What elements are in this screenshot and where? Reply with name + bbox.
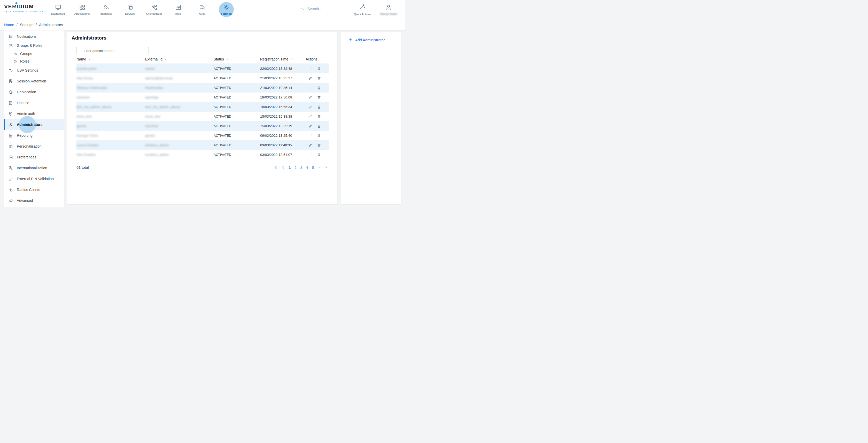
sidebar-item-reporting[interactable]: Reporting [4,130,64,141]
filter-administrators-input[interactable] [76,47,149,54]
sidebar-item-internationalization[interactable]: Internationalization [4,163,64,173]
next-page-button[interactable] [317,165,322,170]
table-row[interactable]: wertwertqwerbgeACTIVATED18/03/2022 17:50… [76,92,329,102]
nav-item-applications[interactable]: Applications [70,0,94,19]
breadcrumb-settings-link[interactable]: Settings [20,23,33,27]
table-row[interactable]: test_my_admin_abusetest_my_admin_abuseAC… [76,102,329,112]
edit-admin-button[interactable] [308,143,313,148]
table-row[interactable]: gturtoiGeoTestACTIVATED15/03/2022 13:25:… [76,121,329,131]
delete-admin-button[interactable] [316,66,322,71]
edit-admin-button[interactable] [308,85,313,90]
column-header-external-id[interactable]: External Id [145,57,214,61]
first-page-button[interactable] [274,165,278,170]
sidebar-item-uba-settings[interactable]: UBA Settings [4,65,64,76]
nav-item-dashboard[interactable]: Dashboard [46,0,70,19]
nav-item-identities[interactable]: Identities [94,0,118,19]
delete-admin-button[interactable] [316,85,322,90]
page-number-1[interactable]: 1 [288,166,291,170]
table-row[interactable]: Alin Croitorulcroitoru_adminACTIVATED03/… [76,150,329,159]
admin-registration-time: 15/03/2022 15:38:38 [260,115,306,118]
nav-item-settings[interactable]: Settings [214,0,238,19]
dashboard-icon [55,4,61,10]
edit-admin-button[interactable] [308,66,313,71]
nav-item-devices[interactable]: Devices [118,0,142,19]
sidebar-item-radius-clients[interactable]: Radius Clients [4,184,64,195]
quick-actions-button[interactable]: Quick Actions [354,0,370,19]
sidebar-item-admin-auth[interactable]: Admin auth [4,108,64,119]
admin-name: Tiberius Hodoroaba [76,86,107,90]
admin-status: ACTIVATED [214,153,260,157]
search-icon [300,6,305,10]
nav-item-tools[interactable]: Tools [166,0,190,19]
table-row[interactable]: Alex Enciuaenciu@dev.localACTIVATED21/03… [76,73,329,83]
breadcrumb-home-link[interactable]: Home [4,23,14,27]
table-row[interactable]: ionut_testionut_testACTIVATED15/03/2022 … [76,112,329,121]
sort-both-icon[interactable] [164,57,167,61]
user-menu[interactable]: Tiberius Hodoroaba [379,0,398,19]
delete-admin-button[interactable] [316,133,322,138]
edit-admin-button[interactable] [308,152,313,157]
personalisation-icon [8,144,13,149]
edit-admin-button[interactable] [308,133,313,138]
admin-status: ACTIVATED [214,96,260,99]
column-header-name[interactable]: Name [76,57,145,61]
nav-item-audit[interactable]: Audit [190,0,214,19]
administrators-icon [8,122,13,127]
add-administrator-button[interactable]: Add Administrator [348,37,401,42]
applications-icon [79,4,85,10]
delete-admin-button[interactable] [316,105,322,110]
column-header-registration-time[interactable]: Registration Time [260,57,306,61]
delete-admin-button[interactable] [316,95,322,100]
table-row[interactable]: Tiberius HodoroabathodoroabaACTIVATED21/… [76,83,329,92]
internationalization-icon [8,166,13,170]
page-number-4[interactable]: 4 [305,166,309,170]
sidebar-item-label: Personalisation [17,144,41,148]
trash-icon [317,143,321,147]
magic-wand-icon [360,4,365,10]
prev-page-button[interactable] [281,165,285,170]
orchestrator-icon [151,4,157,10]
veridium-logo[interactable]: VERIDIUM TRUSTED DIGITAL IDENTITY [4,3,44,13]
sidebar-item-advanced[interactable]: Advanced [4,195,64,206]
sort-both-icon[interactable] [225,57,229,61]
column-header-status[interactable]: Status [214,57,260,61]
plus-icon [348,37,352,42]
sidebar-item-administrators[interactable]: Administrators [4,119,64,130]
delete-admin-button[interactable] [316,76,322,81]
search-input[interactable] [307,7,346,11]
page-number-5[interactable]: 5 [311,166,315,170]
sidebar-item-geolocation[interactable]: Geolocation [4,87,64,97]
sort-both-icon[interactable] [88,57,91,61]
edit-admin-button[interactable] [308,95,313,100]
edit-admin-button[interactable] [308,114,313,119]
sidebar-item-label: Radius Clients [17,188,40,192]
page-number-3[interactable]: 3 [300,166,303,170]
sidebar-item-groups-roles[interactable]: Groups & Roles [4,41,64,50]
delete-admin-button[interactable] [316,123,322,129]
admin-name: Alin Croitoru [76,153,96,157]
sidebar-item-preferences[interactable]: Preferences [4,152,64,163]
table-row[interactable]: George TurtoigturtoiACTIVATED09/03/2022 … [76,131,329,140]
sidebar-item-roles[interactable]: Roles [4,57,64,65]
sidebar-item-license[interactable]: License [4,97,64,108]
edit-admin-button[interactable] [308,105,313,110]
last-page-button[interactable] [324,165,329,170]
delete-admin-button[interactable] [316,114,322,119]
sort-desc-icon[interactable] [290,57,293,61]
delete-admin-button[interactable] [316,143,322,148]
sidebar-item-notifications[interactable]: Notifications [4,32,64,41]
sidebar-item-session-retention[interactable]: Session Retention [4,76,64,87]
nav-item-label: Dashboard [51,12,65,15]
delete-admin-button[interactable] [316,152,322,157]
tools-icon [175,4,181,10]
edit-admin-button[interactable] [308,123,313,129]
sidebar-item-personalisation[interactable]: Personalisation [4,141,64,152]
nav-item-orchestrator[interactable]: Orchestrator [142,0,166,19]
sidebar-item-groups[interactable]: Groups [4,50,64,57]
edit-admin-button[interactable] [308,76,313,81]
sidebar-item-external-pin-validation[interactable]: External PIN Validation [4,173,64,184]
table-row[interactable]: Laura Chelarulchelaru_adminACTIVATED09/0… [76,140,329,150]
breadcrumb: Home / Settings / Administrators [0,19,405,30]
table-row[interactable]: cosmin petrecpetreACTIVATED22/03/2022 13… [76,64,329,73]
page-number-2[interactable]: 2 [294,166,297,170]
